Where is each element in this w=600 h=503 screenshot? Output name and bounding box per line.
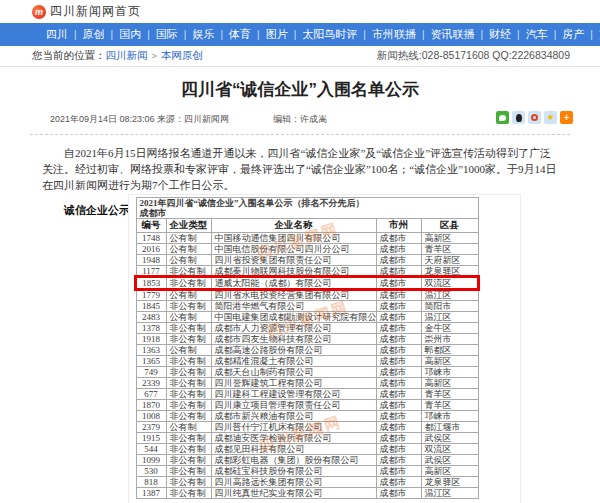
table-cell: 成都天台山制药有限公司 xyxy=(211,367,376,378)
qzone-share-icon[interactable]: ★ xyxy=(544,111,557,124)
nav-item[interactable]: 原创 xyxy=(77,27,111,42)
nav-item[interactable]: 图片 xyxy=(260,27,294,42)
nav-item[interactable]: 太阳鸟时评 xyxy=(296,27,363,42)
table-cell: 1779 xyxy=(136,289,166,301)
table-cell: 成都市 xyxy=(376,323,421,334)
table-cell: 天府新区 xyxy=(421,255,478,266)
table-cell: 公有制 xyxy=(166,289,211,301)
qq-share-icon[interactable] xyxy=(512,111,525,124)
table-cell: 武侯区 xyxy=(421,433,478,444)
table-cell: 中国电信股份有限公司四川分公司 xyxy=(211,244,376,255)
nav-item[interactable]: 资讯联播 xyxy=(424,27,480,42)
top-bar: m 四川新闻网首页 xyxy=(0,0,600,23)
table-cell: 高新区 xyxy=(421,466,478,477)
table-row: 1870非公有制四川康立项目管理有限责任公司成都市青羊区 xyxy=(136,400,478,411)
table-row: 1915非公有制成都迪安医学检验所有限公司成都市武侯区 xyxy=(136,433,478,444)
table-cell: 四川省投资集团有限责任公司 xyxy=(211,255,376,266)
table-row: 1099非公有制成都彩虹电器（集团）股份有限公司成都市武侯区 xyxy=(136,455,478,466)
table-cell: 武侯区 xyxy=(421,455,478,466)
table-row: 1177非公有制成都秦川物联网科技股份有限公司成都市龙泉驿区 xyxy=(136,266,478,278)
table-row: 530非公有制成都硅宝科技股份有限公司成都市高新区 xyxy=(136,466,478,477)
table-cell: 成都市 xyxy=(376,277,421,289)
table-cell: 成都市 xyxy=(376,400,421,411)
breadcrumb-separator: > xyxy=(152,51,157,61)
nav-item[interactable]: 汽车 xyxy=(520,27,554,42)
nav-item[interactable]: 旅游 xyxy=(593,27,600,42)
table-cell: 成都市 xyxy=(376,477,421,488)
breadcrumb: 您当前的位置：四川新闻>本网原创 xyxy=(32,49,203,63)
breadcrumb-link-sichuan-news[interactable]: 四川新闻 xyxy=(106,49,148,61)
table-title: 2021年四川省“诚信企业”入围名单公示（排名不分先后） xyxy=(140,198,475,208)
table-cell: 1177 xyxy=(136,266,166,278)
table-cell: 非公有制 xyxy=(166,433,211,444)
table-cell: 非公有制 xyxy=(166,367,211,378)
table-row: 677非公有制四川建科工程建设管理有限公司成都市青羊区 xyxy=(136,389,478,400)
table-cell: 成都市新兴粮油有限公司 xyxy=(211,411,376,422)
enterprise-table-body: 2021年四川省“诚信企业”入围名单公示（排名不分先后） 成都市 编号企业类型企… xyxy=(136,198,478,499)
nav-item[interactable]: 四川 xyxy=(40,27,74,42)
article-paragraph: 自2021年6月15日网络报名通道开通以来，四川省“诚信企业家”及“诚信企业”评… xyxy=(42,145,558,193)
table-cell: 公有制 xyxy=(166,312,211,323)
table-cell: 成都市 xyxy=(376,466,421,477)
nav-item[interactable]: 娱乐 xyxy=(186,27,220,42)
table-cell: 公有制 xyxy=(166,255,211,266)
table-cell: 677 xyxy=(136,389,166,400)
nav-item[interactable]: 市州联播 xyxy=(366,27,422,42)
table-row: 1387非公有制四川纯真世纪实业有限公司成都市温江区 xyxy=(136,488,478,499)
table-cell: 1365 xyxy=(136,356,166,367)
table-cell: 1845 xyxy=(136,301,166,312)
table-cell: 成都市 xyxy=(376,334,421,345)
table-cell: 公有制 xyxy=(166,422,211,433)
table-row: 818非公有制四川高路远长集团有限公司成都市龙泉驿区 xyxy=(136,477,478,488)
table-cell: 1918 xyxy=(136,334,166,345)
table-cell: 非公有制 xyxy=(166,277,211,289)
table-cell: 高新区 xyxy=(421,378,478,389)
nav-item[interactable]: 国际 xyxy=(150,27,184,42)
table-cell: 成都市四友生物科技有限公司 xyxy=(211,334,376,345)
nav-item[interactable]: 房产 xyxy=(556,27,590,42)
table-cell: 成都市 xyxy=(376,255,421,266)
table-cell: 龙泉驿区 xyxy=(421,477,478,488)
table-cell: 非公有制 xyxy=(166,323,211,334)
table-cell: 1748 xyxy=(136,233,166,244)
breadcrumb-label: 您当前的位置： xyxy=(32,49,106,61)
table-cell: 双流区 xyxy=(421,444,478,455)
site-logo-link[interactable]: m 四川新闻网首页 xyxy=(32,3,141,20)
nav-item[interactable]: 国内 xyxy=(113,27,147,42)
table-cell: 四川建科工程建设管理有限公司 xyxy=(211,389,376,400)
more-share-icon[interactable]: ＋ xyxy=(560,111,573,124)
table-cell: 四川省水电投资经营集团有限公司 xyxy=(211,289,376,301)
table-cell: 青羊区 xyxy=(421,244,478,255)
table-row: 1363公有制成都高速公路股份有限公司成都市郫都区 xyxy=(136,345,478,356)
table-cell: 成都市 xyxy=(376,356,421,367)
table-cell: 非公有制 xyxy=(166,378,211,389)
table-cell: 成都市 xyxy=(376,389,421,400)
table-cell: 公有制 xyxy=(166,345,211,356)
table-row: 2339非公有制四川誉辉建筑工程有限公司成都市高新区 xyxy=(136,378,478,389)
table-cell: 青羊区 xyxy=(421,400,478,411)
table-cell: 金牛区 xyxy=(421,323,478,334)
table-cell: 非公有制 xyxy=(166,301,211,312)
meta-divider xyxy=(30,134,570,135)
breadcrumb-link-original[interactable]: 本网原创 xyxy=(161,49,203,61)
table-cell: 四川普什宁江机床有限公司 xyxy=(211,422,376,433)
table-row: 1748公有制中国移动通信集团四川有限公司成都市高新区 xyxy=(136,233,478,244)
nav-item[interactable]: 体育 xyxy=(223,27,257,42)
table-cell: 四川康立项目管理有限责任公司 xyxy=(211,400,376,411)
table-cell: 1099 xyxy=(136,455,166,466)
share-icons: ★ ＋ xyxy=(496,111,573,124)
table-cell: 非公有制 xyxy=(166,488,211,499)
table-cell: 成都市 xyxy=(376,411,421,422)
page-title: 四川省“诚信企业”入围名单公示 xyxy=(0,67,600,101)
table-row: 1918非公有制成都市四友生物科技有限公司成都市崇州市 xyxy=(136,334,478,345)
nav-item[interactable]: 财经 xyxy=(483,27,517,42)
table-cell: 温江区 xyxy=(421,488,478,499)
weibo-share-icon[interactable] xyxy=(528,111,541,124)
table-cell: 1870 xyxy=(136,400,166,411)
table-cell: 成都秦川物联网科技股份有限公司 xyxy=(211,266,376,278)
table-cell: 成都市 xyxy=(376,488,421,499)
table-row: 749非公有制成都天台山制药有限公司成都市邛崃市 xyxy=(136,367,478,378)
wechat-share-icon[interactable] xyxy=(496,111,509,124)
table-cell: 成都市 xyxy=(376,266,421,278)
table-cell: 2379 xyxy=(136,422,166,433)
